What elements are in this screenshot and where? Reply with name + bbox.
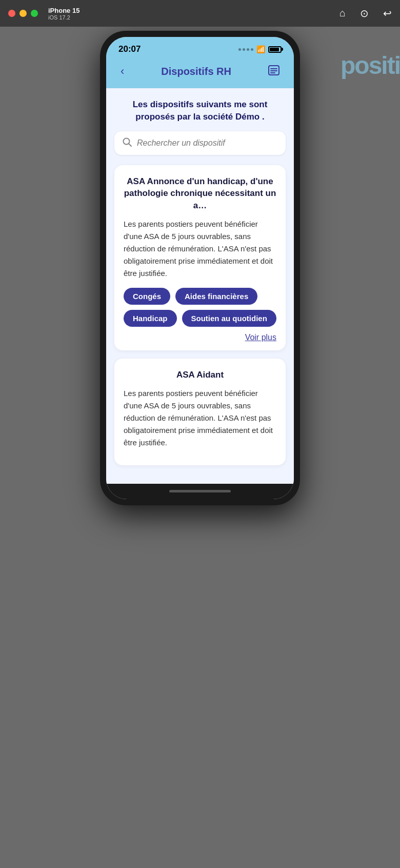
home-icon[interactable]: ⌂	[339, 7, 346, 19]
search-input[interactable]	[137, 139, 277, 148]
status-icons: 📶	[238, 45, 282, 53]
device-model: iPhone 15	[48, 7, 79, 14]
back-button[interactable]: ‹	[116, 63, 128, 80]
device-info: iPhone 15 iOS 17.2	[48, 7, 79, 21]
tag-aides-financieres[interactable]: Aides financières	[175, 288, 257, 305]
card-asa-handicap-body: Les parents postiers peuvent bénéficier …	[124, 218, 276, 280]
tag-soutien-quotidien[interactable]: Soutien au quotidien	[182, 310, 276, 327]
header-title: Dispositifs RH	[128, 66, 264, 77]
search-icon	[123, 137, 132, 149]
maximize-button[interactable]	[31, 10, 38, 17]
device-os: iOS 17.2	[48, 14, 79, 21]
tag-conges[interactable]: Congés	[124, 288, 170, 305]
content-area: Les dispositifs suivants me sont proposé…	[106, 88, 294, 484]
bg-hint-text: positi	[341, 51, 400, 80]
card-asa-handicap: ASA Annonce d'un handicap, d'une patholo…	[114, 165, 286, 350]
home-indicator-bar	[106, 484, 294, 499]
minimize-button[interactable]	[19, 10, 27, 17]
page-subtitle: Les dispositifs suivants me sont proposé…	[114, 98, 286, 123]
camera-icon[interactable]: ⊙	[360, 7, 369, 19]
status-bar: 20:07 📶	[106, 37, 294, 58]
battery-icon	[268, 46, 282, 53]
status-time: 20:07	[118, 44, 141, 54]
svg-line-5	[129, 144, 131, 146]
phone-device: 20:07 📶 ‹ Dispositifs RH	[100, 31, 300, 505]
traffic-lights	[8, 10, 38, 17]
wifi-icon: 📶	[256, 45, 265, 53]
desktop-toolbar: ⌂ ⊙ ↩	[339, 7, 392, 19]
close-button[interactable]	[8, 10, 15, 17]
home-bar	[169, 490, 231, 492]
card-asa-aidant: ASA Aidant Les parents postiers peuvent …	[114, 359, 286, 465]
desktop-bar: iPhone 15 iOS 17.2 ⌂ ⊙ ↩	[0, 0, 400, 27]
signal-icon	[238, 48, 253, 51]
card-asa-handicap-title: ASA Annonce d'un handicap, d'une patholo…	[124, 175, 276, 212]
app-header: ‹ Dispositifs RH	[106, 58, 294, 88]
phone-screen: 20:07 📶 ‹ Dispositifs RH	[106, 37, 294, 499]
card-asa-aidant-body: Les parents postiers peuvent bénéficier …	[124, 387, 276, 449]
menu-icon[interactable]	[264, 63, 284, 80]
voir-plus-link[interactable]: Voir plus	[124, 333, 276, 342]
tag-list: Congés Aides financières Handicap Soutie…	[124, 288, 276, 327]
card-asa-aidant-title: ASA Aidant	[124, 369, 276, 381]
share-icon[interactable]: ↩	[383, 7, 392, 19]
svg-rect-0	[269, 66, 279, 75]
tag-handicap[interactable]: Handicap	[124, 310, 177, 327]
search-bar[interactable]	[114, 131, 286, 155]
